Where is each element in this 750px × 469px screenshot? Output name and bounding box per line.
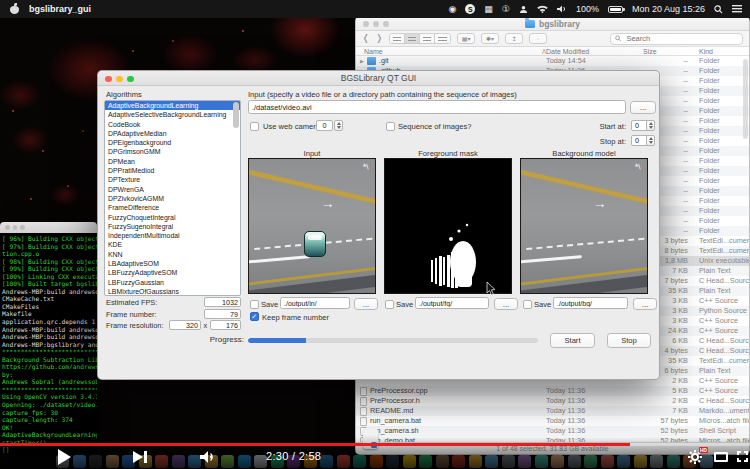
start-button[interactable]: Start bbox=[550, 333, 595, 348]
bgs-title-bar[interactable]: BGSLibrary QT GUI bbox=[98, 71, 659, 86]
terminal-line: [ 99%] Building CXX object bbox=[2, 265, 97, 273]
save-foreground-browse-button[interactable]: ... bbox=[494, 298, 518, 310]
algorithm-item[interactable]: DPZivkovicAGMM bbox=[105, 194, 240, 203]
algorithm-item[interactable]: KDE bbox=[105, 240, 240, 249]
player-time: 2:30 / 2:58 bbox=[266, 450, 321, 462]
save-background-path[interactable] bbox=[553, 297, 628, 309]
keep-frame-checkbox[interactable]: ✓ bbox=[250, 312, 259, 321]
foreground-blob bbox=[385, 159, 512, 292]
algorithm-item[interactable]: DPWrenGA bbox=[105, 185, 240, 194]
algorithm-item[interactable]: DPPratiMediod bbox=[105, 166, 240, 175]
fullscreen-icon[interactable] bbox=[737, 451, 748, 462]
user-icon[interactable] bbox=[519, 5, 528, 14]
bgs-traffic-lights[interactable] bbox=[105, 76, 134, 83]
spotlight-icon[interactable] bbox=[714, 5, 723, 14]
finder-row[interactable]: ▶.gitToday 14:54--Folder bbox=[356, 56, 749, 66]
finder-row[interactable]: PreProcessor.cppToday 11:365 KBC++ Sourc… bbox=[356, 386, 749, 396]
theater-mode-icon[interactable] bbox=[714, 452, 728, 462]
webcam-index-field[interactable]: 0 bbox=[316, 120, 333, 131]
group-button[interactable]: ▦▾ bbox=[457, 33, 475, 44]
save-background-browse-button[interactable]: ... bbox=[633, 298, 657, 310]
algorithm-item[interactable]: FuzzyChoquetIntegral bbox=[105, 213, 240, 222]
file-kind: C Head...Source bbox=[693, 396, 749, 406]
algorithm-item[interactable]: DPAdaptiveMedian bbox=[105, 129, 240, 138]
column-header-date[interactable]: Date Modified bbox=[546, 48, 628, 55]
algorithm-item[interactable]: LBFuzzyAdaptiveSOM bbox=[105, 268, 240, 277]
save-foreground-checkbox[interactable] bbox=[385, 300, 394, 309]
input-browse-button[interactable]: ... bbox=[630, 101, 656, 114]
algorithm-item[interactable]: DPMean bbox=[105, 157, 240, 166]
back-button[interactable]: ❬ bbox=[362, 34, 370, 43]
algorithm-item[interactable]: FrameDifference bbox=[105, 203, 240, 212]
file-name: PreProcessor.h bbox=[370, 396, 420, 406]
next-icon[interactable] bbox=[133, 451, 151, 463]
file-size: 7 KB bbox=[628, 406, 693, 416]
column-header-size[interactable]: Size bbox=[628, 48, 693, 55]
algorithm-item[interactable]: AdaptiveSelectiveBackgroundLearning bbox=[105, 110, 240, 119]
active-app-name[interactable]: bgslibrary_gui bbox=[29, 4, 91, 14]
share-button[interactable]: ↥ bbox=[505, 33, 523, 44]
save-background-checkbox[interactable] bbox=[523, 300, 532, 309]
view-switcher[interactable] bbox=[389, 33, 451, 44]
finder-row[interactable]: PreProcessor.hToday 11:362 KBC Head...So… bbox=[356, 396, 749, 406]
search-input[interactable] bbox=[624, 33, 738, 44]
algorithm-item[interactable]: DPGrimsonGMM bbox=[105, 147, 240, 156]
webcam-stepper[interactable] bbox=[334, 120, 343, 131]
road-arrow-icon: → bbox=[593, 195, 607, 211]
save-input-checkbox[interactable] bbox=[250, 300, 259, 309]
input-path-field[interactable] bbox=[248, 100, 626, 114]
finder-traffic-lights[interactable] bbox=[363, 21, 389, 27]
forward-button[interactable]: ❭ bbox=[376, 34, 384, 43]
finder-row[interactable]: README.mdToday 11:367 KBMarkdo...ument bbox=[356, 406, 749, 416]
webcam-checkbox[interactable] bbox=[250, 122, 259, 131]
finder-search-field[interactable] bbox=[610, 33, 743, 45]
save-input-browse-button[interactable]: ... bbox=[354, 298, 378, 310]
save-input-path[interactable] bbox=[280, 297, 350, 309]
notification-center-icon[interactable] bbox=[732, 5, 742, 13]
algorithm-item[interactable]: KNN bbox=[105, 250, 240, 259]
algorithm-item[interactable]: CodeBook bbox=[105, 120, 240, 129]
record-icon[interactable]: ◉ bbox=[448, 5, 456, 14]
start-at-stepper[interactable] bbox=[646, 120, 655, 131]
save-foreground-path[interactable] bbox=[415, 297, 489, 309]
file-name-cell: README.md bbox=[356, 406, 546, 416]
algorithms-scrollbar[interactable] bbox=[233, 102, 239, 128]
file-kind: C++ Source bbox=[693, 296, 749, 306]
finder-title-bar[interactable]: bgslibrary bbox=[356, 17, 749, 31]
grid-icon[interactable]: ▦ bbox=[484, 5, 493, 14]
column-header-kind[interactable]: Kind bbox=[693, 48, 749, 55]
play-icon[interactable] bbox=[58, 449, 71, 465]
algorithm-item[interactable]: AdaptiveBackgroundLearning bbox=[105, 101, 240, 110]
algorithms-list[interactable]: AdaptiveBackgroundLearningAdaptiveSelect… bbox=[104, 100, 241, 296]
menu-bar-clock[interactable]: Mon 20 Aug 15:26 bbox=[632, 4, 705, 14]
column-header-name[interactable]: Name bbox=[356, 48, 546, 55]
algorithm-item[interactable]: DPTexture bbox=[105, 175, 240, 184]
finder-scrollbar[interactable] bbox=[743, 59, 748, 139]
stop-at-stepper[interactable] bbox=[646, 135, 655, 146]
input-path-label: Input (specify a video file or a directo… bbox=[248, 90, 517, 99]
volume-icon[interactable] bbox=[557, 5, 567, 13]
file-name-cell: ▶.git bbox=[356, 56, 546, 66]
apple-menu-icon[interactable] bbox=[10, 4, 19, 14]
algorithm-item[interactable]: FuzzySugenoIntegral bbox=[105, 222, 240, 231]
stop-button[interactable]: Stop bbox=[607, 333, 651, 348]
finder-row[interactable]: run_camera.batToday 11:3657 bytesMicros.… bbox=[356, 416, 749, 426]
algorithm-item[interactable]: DPEigenbackground bbox=[105, 138, 240, 147]
file-kind: C++ Source bbox=[693, 316, 749, 326]
algorithm-item[interactable]: LBMixtureOfGaussians bbox=[105, 287, 240, 296]
sort-ascending-icon[interactable]: ᐱ bbox=[542, 48, 546, 55]
tag-button[interactable]: ◦ bbox=[529, 33, 547, 44]
skitch-icon[interactable]: S bbox=[465, 4, 475, 14]
action-gear-button[interactable]: ✱▾ bbox=[481, 33, 499, 44]
player-volume-icon[interactable] bbox=[200, 450, 218, 464]
webcam-label: Use web camera bbox=[263, 122, 320, 131]
wifi-icon[interactable] bbox=[537, 5, 548, 13]
downloads-icon[interactable]: ① bbox=[502, 5, 510, 14]
algorithm-item[interactable]: LBFuzzyGaussian bbox=[105, 278, 240, 287]
terminal-title-bar[interactable] bbox=[0, 222, 97, 233]
sequence-checkbox[interactable] bbox=[386, 122, 395, 131]
disclosure-triangle-icon[interactable]: ▶ bbox=[360, 56, 364, 66]
zoom-icon bbox=[127, 76, 134, 83]
algorithm-item[interactable]: IndependentMultimodal bbox=[105, 231, 240, 240]
algorithm-item[interactable]: LBAdaptiveSOM bbox=[105, 259, 240, 268]
